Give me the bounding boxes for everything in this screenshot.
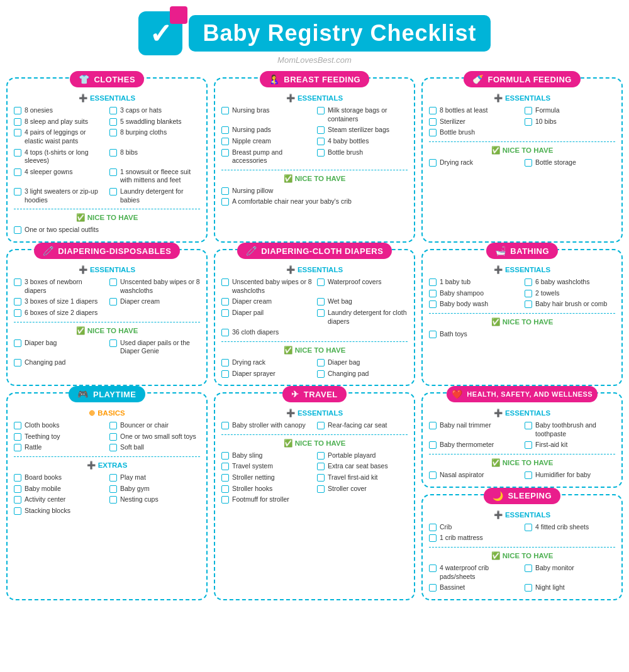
list-item: Sterilizer (429, 117, 520, 127)
list-item: Board books (14, 473, 104, 483)
list-item: 8 bibs (109, 148, 200, 166)
list-item: Baby stroller with canopy (221, 421, 312, 431)
section-playtime: 🎮 PLAYTIME ⊕ BASICS Cloth books Bouncer … (6, 392, 208, 600)
list-item: 3 light sweaters or zip-up hoodies (14, 187, 104, 205)
list-item: Breast pump and accessories (221, 148, 312, 166)
bf-nice-header: ✅ NICE TO HAVE (221, 174, 408, 183)
formula-nice-list: Drying rack Bottle storage (429, 158, 615, 168)
section-sleeping: 🌙 SLEEPING ➕ ESSENTIALS Crib 4 fitted cr… (421, 494, 623, 600)
travel-essentials-header: ➕ ESSENTIALS (221, 409, 408, 417)
section-health: ❤️ HEALTH, SAFETY, AND WELLNESS ➕ ESSENT… (421, 392, 623, 488)
list-item: 4 baby bottles (317, 136, 408, 146)
section-travel-pill: ✈ TRAVEL (282, 386, 347, 402)
dd-essentials-header: ➕ ESSENTIALS (14, 265, 200, 274)
travel-icon: ✈ (291, 389, 299, 399)
dd-nice-list: Diaper bag Used diaper pails or the Diap… (14, 338, 200, 368)
main-grid: 👕 CLOTHES ➕ ESSENTIALS 8 onesies 3 caps … (0, 74, 629, 607)
list-item: Nursing bras (221, 106, 312, 124)
list-item: 36 cloth diapers (221, 328, 312, 338)
section-clothes: 👕 CLOTHES ➕ ESSENTIALS 8 onesies 3 caps … (6, 77, 208, 243)
section-health-pill: ❤️ HEALTH, SAFETY, AND WELLNESS (447, 386, 598, 402)
checkmark-logo (138, 11, 182, 55)
list-item: 8 bottles at least (429, 106, 520, 116)
list-item: Drying rack (221, 358, 312, 368)
list-item: 10 bibs (525, 117, 615, 127)
list-item: Bottle brush (429, 128, 520, 138)
list-item: 8 burping cloths (109, 128, 200, 146)
list-item: 4 pairs of leggings or elastic waist pan… (14, 128, 104, 146)
list-item: Stroller netting (221, 473, 312, 483)
list-item: Baby gym (109, 484, 200, 494)
clothes-nice-header: ✅ NICE TO HAVE (14, 213, 200, 222)
subtitle: MomLovesBest.com (0, 55, 629, 65)
list-item: Baby toothbrush and toothpaste (525, 421, 615, 439)
diapering-disp-icon: 🧷 (43, 246, 54, 256)
list-item: Crib (429, 522, 520, 532)
list-item: 4 fitted crib sheets (525, 522, 615, 532)
dd-essentials-list: 3 boxes of newborn diapers Unscented bab… (14, 277, 200, 318)
bf-nice-list: Nursing pillow A comfortable chair near … (221, 186, 408, 207)
section-formula: 🍼 FORMULA FEEDING ➕ ESSENTIALS 8 bottles… (421, 77, 623, 243)
travel-essentials-list: Baby stroller with canopy Rear-facing ca… (221, 421, 408, 431)
list-item: Changing pad (317, 369, 408, 379)
dc-nice-list: Drying rack Diaper bag Diaper sprayer Ch… (221, 358, 408, 378)
health-essentials-header: ➕ ESSENTIALS (429, 409, 615, 417)
section-travel: ✈ TRAVEL ➕ ESSENTIALS Baby stroller with… (214, 392, 415, 600)
list-item: 4 sleeper gowns (14, 167, 104, 185)
list-item: Soft ball (109, 443, 200, 453)
sleep-nice-header: ✅ NICE TO HAVE (429, 551, 615, 560)
bf-essentials-header: ➕ ESSENTIALS (221, 94, 408, 102)
health-essentials-list: Baby nail trimmer Baby toothbrush and to… (429, 421, 615, 450)
dc-essentials-header: ➕ ESSENTIALS (221, 265, 408, 274)
bath-nice-header: ✅ NICE TO HAVE (429, 317, 615, 326)
list-item: Activity center (14, 495, 104, 505)
bathing-icon: 🛁 (495, 246, 506, 256)
list-item: Bassinet (429, 583, 520, 593)
list-item: Night light (525, 583, 615, 593)
section-diapering-disposables: 🧷 DIAPERING-DISPOSABLES ➕ ESSENTIALS 3 b… (6, 249, 208, 386)
bath-nice-list: Bath toys (429, 329, 615, 339)
list-item: Portable playard (317, 451, 408, 461)
list-item: 4 waterproof crib pads/sheets (429, 563, 520, 581)
list-item: Nursing pads (221, 125, 312, 135)
list-item: Steam sterilizer bags (317, 125, 408, 135)
health-nice-header: ✅ NICE TO HAVE (429, 458, 615, 467)
list-item: 8 sleep and play suits (14, 117, 104, 127)
list-item: Unscented baby wipes or 8 washcloths (109, 277, 200, 295)
col3-bottom: ❤️ HEALTH, SAFETY, AND WELLNESS ➕ ESSENT… (421, 392, 623, 600)
list-item: 8 onesies (14, 106, 104, 116)
health-nice-list: Nasal aspirator Humidifier for baby (429, 470, 615, 480)
list-item: Laundry detergent for cloth diapers (317, 308, 408, 326)
bf-essentials-list: Nursing bras Milk storage bags or contai… (221, 106, 408, 166)
list-item: Diaper cream (221, 297, 312, 307)
play-basics-header: ⊕ BASICS (14, 409, 200, 417)
list-item: Play mat (109, 473, 200, 483)
list-item: Stroller cover (317, 484, 408, 494)
list-item: Diaper pail (221, 308, 312, 326)
list-item: Humidifier for baby (525, 470, 615, 480)
list-item: Diaper bag (317, 358, 408, 368)
section-sleeping-pill: 🌙 SLEEPING (484, 488, 560, 504)
health-icon: ❤️ (452, 389, 463, 399)
formula-icon: 🍼 (472, 74, 484, 84)
play-extras-list: Board books Play mat Baby mobile Baby gy… (14, 473, 200, 516)
list-item: Bottle storage (525, 158, 615, 168)
list-item: Laundry detergent for babies (109, 187, 200, 205)
list-item: Waterproof covers (317, 277, 408, 295)
list-item: Cloth books (14, 421, 104, 431)
list-item: A comfortable chair near your baby's cri… (221, 197, 408, 207)
list-item: 4 tops (t-shirts or long sleeves) (14, 148, 104, 166)
list-item: Nipple cream (221, 136, 312, 146)
list-item: Baby sling (221, 451, 312, 461)
list-item: Stacking blocks (14, 506, 104, 516)
dc-nice-header: ✅ NICE TO HAVE (221, 346, 408, 355)
clothes-icon: 👕 (79, 74, 90, 84)
playtime-icon: 🎮 (77, 389, 89, 399)
list-item: First-aid kit (525, 440, 615, 450)
section-diapering-cloth: 🧷 DIAPERING-CLOTH DIAPERS ➕ ESSENTIALS U… (214, 249, 415, 386)
list-item: Changing pad (14, 358, 104, 368)
list-item: Baby monitor (525, 563, 615, 581)
section-breastfeeding-pill: 🤱 BREAST FEEDING (260, 71, 369, 87)
sleeping-icon: 🌙 (493, 491, 504, 501)
sleep-nice-list: 4 waterproof crib pads/sheets Baby monit… (429, 563, 615, 593)
